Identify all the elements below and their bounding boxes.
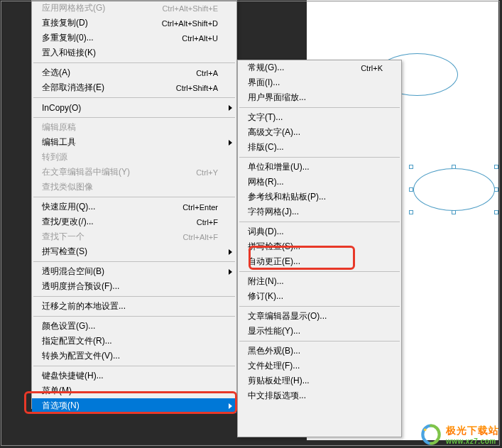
menu-item-label: 直接复制(D) [42,17,151,29]
menu-item-label: 拼写检查(S)... [248,241,383,253]
menu-item-label: InCopy(O) [42,103,218,113]
main-item[interactable]: InCopy(O) [32,100,236,115]
menu-separator [33,62,235,63]
sub-item[interactable]: 字符网格(J)... [238,204,401,219]
watermark-url: www.xz7.com [446,437,499,445]
main-item[interactable]: 颜色设置(G)... [32,319,236,334]
sub-item[interactable]: 文字(T)... [238,110,401,125]
menu-item-label: 自动更正(E)... [248,256,383,268]
main-item[interactable]: 键盘快捷键(H)... [32,368,236,383]
main-item[interactable]: 直接复制(D)Ctrl+Alt+Shift+D [32,16,236,31]
svg-point-0 [424,429,427,432]
sub-item[interactable]: 文件处理(F)... [238,359,401,373]
main-item[interactable]: 全部取消选择(E)Ctrl+Shift+A [32,80,236,95]
menu-item-label: 指定配置文件(R)... [42,335,218,347]
menu-item-label: 颜色设置(G)... [42,320,218,332]
main-item[interactable]: 拼写检查(S) [32,244,236,259]
sub-item[interactable]: 排版(C)... [238,140,401,155]
menu-separator [239,271,400,272]
sub-item[interactable]: 附注(N)... [238,274,401,289]
sub-item[interactable]: 文章编辑器显示(O)... [238,309,401,324]
menu-item-label: 剪贴板处理(H)... [248,375,383,387]
menu-item-label: 编辑工具 [42,136,218,148]
menu-item-label: 快速应用(Q)... [42,201,171,213]
main-item[interactable]: 多重复制(0)...Ctrl+Alt+U [32,31,236,45]
sub-item[interactable]: 网格(R)... [238,175,401,190]
menu-item-label: 应用网格格式(G) [42,2,151,14]
context-menu-edit[interactable]: 应用网格格式(G)Ctrl+Alt+Shift+E直接复制(D)Ctrl+Alt… [31,0,237,409]
main-item: 应用网格格式(G)Ctrl+Alt+Shift+E [32,1,236,16]
sub-item[interactable]: 用户界面缩放... [238,90,401,105]
main-item[interactable]: 编辑工具 [32,135,236,150]
sub-item[interactable]: 参考线和粘贴板(P)... [238,190,401,204]
menu-item-label: 文件处理(F)... [248,360,383,372]
menu-item-shortcut: Ctrl+Alt+U [182,34,218,43]
sub-item[interactable]: 黑色外观(B)... [238,344,401,359]
menu-item-label: 常规(G)... [248,62,349,74]
menu-item-label: 修订(K)... [248,290,383,302]
menu-item-label: 高级文字(A)... [248,126,383,138]
menu-item-label: 转到源 [42,151,218,163]
ellipse-shape-2[interactable] [413,168,495,211]
submenu-arrow-icon [229,105,232,111]
submenu-arrow-icon [229,140,232,146]
menu-item-label: 编辑原稿 [42,121,218,133]
menu-item-label: 置入和链接(K) [42,47,218,59]
sub-item[interactable]: 高级文字(A)... [238,125,401,140]
menu-item-label: 文章编辑器显示(O)... [248,310,383,322]
submenu-arrow-icon [229,269,232,275]
main-item[interactable]: 转换为配置文件(V)... [32,349,236,364]
menu-item-label: 黑色外观(B)... [248,345,383,357]
sub-item[interactable]: 常规(G)...Ctrl+K [238,60,401,75]
menu-separator [33,316,235,317]
menu-separator [33,296,235,297]
main-item: 编辑原稿 [32,120,236,135]
main-item[interactable]: 查找/更改(/)...Ctrl+F [32,214,236,229]
menu-item-label: 全选(A) [42,67,185,79]
sub-item[interactable]: 显示性能(Y)... [238,324,401,339]
main-item[interactable]: 指定配置文件(R)... [32,334,236,349]
sub-item[interactable]: 拼写检查(S)... [238,239,401,254]
menu-item-label: 在文章编辑器中编辑(Y) [42,166,185,178]
menu-item-label: 透明混合空间(B) [42,266,218,278]
watermark-logo-icon [420,424,442,445]
sub-item[interactable]: 自动更正(E)... [238,254,401,269]
main-item[interactable]: 迁移之前的本地设置... [32,299,236,314]
menu-item-shortcut: Ctrl+A [196,69,218,77]
main-item: 查找下一个Ctrl+Alt+F [32,229,236,244]
sub-item[interactable]: 中文排版选项... [238,388,401,403]
menu-item-shortcut: Ctrl+F [197,218,218,226]
menu-separator [239,107,400,108]
menu-item-label: 拼写检查(S) [42,246,218,258]
main-item[interactable]: 快速应用(Q)...Ctrl+Enter [32,200,236,214]
watermark-title: 极光下载站 [446,425,499,437]
main-item[interactable]: 透明度拼合预设(F)... [32,279,236,294]
menu-item-label: 菜单(M)... [42,385,218,397]
menu-item-shortcut: Ctrl+Y [196,168,218,177]
main-item[interactable]: 全选(A)Ctrl+A [32,65,236,80]
menu-item-label: 多重复制(0)... [42,32,170,44]
sub-item[interactable]: 界面(I)... [238,75,401,90]
menu-item-label: 首选项(N) [42,400,218,412]
menu-separator [239,341,400,342]
main-item[interactable]: 菜单(M)... [32,383,236,398]
menu-item-label: 文字(T)... [248,111,383,124]
sub-item[interactable]: 剪贴板处理(H)... [238,373,401,388]
submenu-arrow-icon [229,403,232,409]
menu-item-label: 参考线和粘贴板(P)... [248,191,383,203]
menu-item-label: 排版(C)... [248,141,383,153]
menu-item-label: 转换为配置文件(V)... [42,350,218,362]
menu-item-label: 中文排版选项... [248,390,383,402]
main-item[interactable]: 置入和链接(K) [32,45,236,60]
sub-item[interactable]: 单位和增量(U)... [238,160,401,175]
sub-item[interactable]: 词典(D)... [238,224,401,239]
main-item: 转到源 [32,150,236,165]
main-item[interactable]: 首选项(N) [32,398,236,413]
main-item[interactable]: 透明混合空间(B) [32,264,236,279]
sub-item[interactable]: 修订(K)... [238,289,401,304]
menu-item-shortcut: Ctrl+Enter [182,203,218,212]
context-menu-preferences[interactable]: 常规(G)...Ctrl+K界面(I)...用户界面缩放...文字(T)...高… [237,60,402,437]
menu-item-label: 字符网格(J)... [248,206,383,218]
watermark: 极光下载站 www.xz7.com [420,424,499,445]
menu-item-label: 迁移之前的本地设置... [42,300,218,312]
